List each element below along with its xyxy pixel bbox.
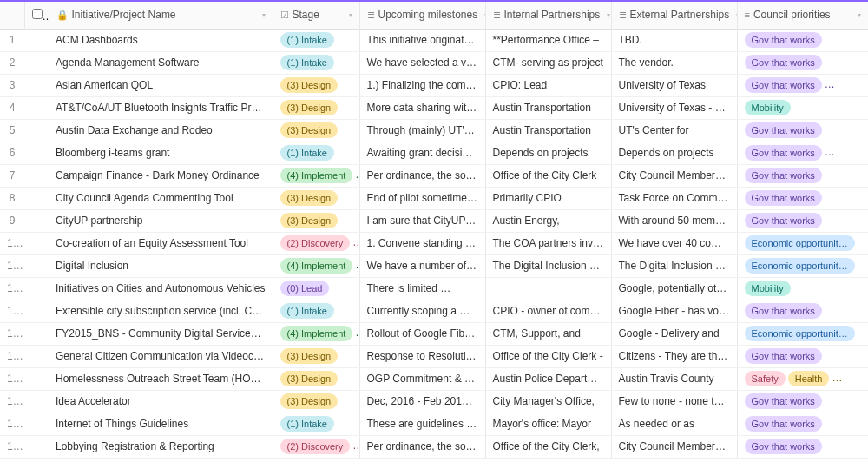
table-row[interactable]: 5Austin Data Exchange and Rodeo(3) Desig…: [0, 119, 868, 142]
cell-name[interactable]: Campaign Finance - Dark Money Ordinance: [49, 164, 273, 187]
cell-milestones[interactable]: Per ordinance, the solutio…: [359, 435, 485, 458]
cell-name[interactable]: City Council Agenda Commenting Tool: [49, 187, 273, 209]
cell-stage[interactable]: (1) Intake: [273, 29, 359, 51]
cell-external[interactable]: Citizens - They are the en…: [611, 345, 737, 367]
cell-internal[interactable]: The Digital Inclusion Offic…: [485, 254, 611, 277]
cell-external[interactable]: As needed or as: [611, 412, 737, 435]
cell-name[interactable]: Austin Data Exchange and Rodeo: [49, 119, 273, 142]
cell-external[interactable]: We have over 40 commun…: [611, 232, 737, 254]
cell-internal[interactable]: Office of the City Clerk -: [485, 345, 611, 367]
table-row[interactable]: 15General Citizen Communication via Vide…: [0, 345, 868, 367]
cell-milestones[interactable]: We have a number of …: [359, 254, 485, 277]
table-row[interactable]: 9CityUP partnership(3) DesignI am sure t…: [0, 209, 868, 232]
cell-priority[interactable]: Gov that works: [737, 435, 868, 458]
cell-external[interactable]: University of Texas - Cent…: [611, 96, 737, 119]
cell-external[interactable]: University of Texas: [611, 74, 737, 96]
cell-priority[interactable]: Economic opportunit…: [737, 322, 868, 345]
cell-priority[interactable]: Economic opportunit…: [737, 254, 868, 277]
header-milestones[interactable]: ≣ Upcoming milestones ▾: [359, 1, 485, 29]
cell-priority[interactable]: Gov that works: [737, 119, 868, 142]
cell-internal[interactable]: **Performance Office –: [485, 29, 611, 51]
cell-priority[interactable]: Gov that works: [737, 300, 868, 322]
cell-milestones[interactable]: 1.) Finalizing the communi…: [359, 74, 485, 96]
table-row[interactable]: 1ACM Dashboards(1) IntakeThis initiative…: [0, 29, 868, 51]
cell-milestones[interactable]: End of pilot sometime in 1…: [359, 187, 485, 209]
cell-internal[interactable]: Austin Transportation: [485, 119, 611, 142]
header-priority[interactable]: ≡ Council priorities ▾: [737, 1, 868, 29]
cell-priority[interactable]: Gov that works: [737, 29, 868, 51]
cell-external[interactable]: Google - Delivery and: [611, 322, 737, 345]
cell-name[interactable]: Bloomberg i-teams grant: [49, 142, 273, 164]
table-row[interactable]: 19Lobbying Registration & Reporting(2) D…: [0, 435, 868, 458]
cell-name[interactable]: Agenda Management Software: [49, 51, 273, 74]
cell-external[interactable]: Task Force on Community…: [611, 187, 737, 209]
cell-milestones[interactable]: Response to Resolution …: [359, 345, 485, 367]
table-row[interactable]: 10Co-creation of an Equity Assessment To…: [0, 232, 868, 254]
cell-name[interactable]: Initiatives on Cities and Autonomous Veh…: [49, 277, 273, 300]
cell-internal[interactable]: Office of the City Clerk,: [485, 435, 611, 458]
cell-stage[interactable]: (0) Lead: [273, 277, 359, 300]
table-row[interactable]: 3Asian American QOL(3) Design1.) Finaliz…: [0, 74, 868, 96]
cell-external[interactable]: Few to none - none that I: [611, 390, 737, 412]
table-row[interactable]: 13Extensible city subscription service (…: [0, 300, 868, 322]
cell-name[interactable]: General Citizen Communication via Videoc…: [49, 345, 273, 367]
cell-stage[interactable]: (1) Intake: [273, 142, 359, 164]
cell-internal[interactable]: Austin Energy,: [485, 209, 611, 232]
cell-milestones[interactable]: Per ordinance, the solutio…: [359, 164, 485, 187]
cell-milestones[interactable]: Currently scoping a …: [359, 300, 485, 322]
cell-external[interactable]: City Council Members an…: [611, 435, 737, 458]
cell-priority[interactable]: Gov that worksCultural: [737, 74, 868, 96]
cell-name[interactable]: Internet of Things Guidelines: [49, 412, 273, 435]
cell-name[interactable]: Idea Accelerator: [49, 390, 273, 412]
cell-name[interactable]: Asian American QOL: [49, 74, 273, 96]
cell-priority[interactable]: Gov that works: [737, 390, 868, 412]
cell-internal[interactable]: Primarily CPIO: [485, 187, 611, 209]
table-row[interactable]: 7Campaign Finance - Dark Money Ordinance…: [0, 164, 868, 187]
cell-priority[interactable]: Economic opportunit…: [737, 232, 868, 254]
cell-milestones[interactable]: More data sharing with …: [359, 96, 485, 119]
select-all-checkbox[interactable]: [32, 9, 43, 19]
cell-name[interactable]: AT&T/CoA/UT Bluetooth Insights Traffic P…: [49, 96, 273, 119]
header-internal[interactable]: ≣ Internal Partnerships ▾: [485, 1, 611, 29]
cell-stage[interactable]: (2) Discovery: [273, 435, 359, 458]
cell-internal[interactable]: Depends on projects: [485, 142, 611, 164]
cell-stage[interactable]: (1) Intake: [273, 300, 359, 322]
cell-external[interactable]: With around 50 members: [611, 209, 737, 232]
cell-milestones[interactable]: These are guidelines to b…: [359, 412, 485, 435]
cell-priority[interactable]: Gov that works: [737, 209, 868, 232]
cell-stage[interactable]: (4) Implement: [273, 322, 359, 345]
table-row[interactable]: 8City Council Agenda Commenting Tool(3) …: [0, 187, 868, 209]
cell-milestones[interactable]: Awaiting grant decision …: [359, 142, 485, 164]
cell-milestones[interactable]: I am sure that CityUP has …: [359, 209, 485, 232]
cell-internal[interactable]: CPIO - owner of communi…: [485, 300, 611, 322]
cell-name[interactable]: FY2015_BNS - Community Digital Services …: [49, 322, 273, 345]
cell-stage[interactable]: (3) Design: [273, 96, 359, 119]
table-row[interactable]: 16Homelessness Outreach Street Team (HOS…: [0, 367, 868, 390]
cell-name[interactable]: Homelessness Outreach Street Team (HOST): [49, 367, 273, 390]
chevron-down-icon[interactable]: ▾: [349, 11, 352, 19]
cell-milestones[interactable]: Rollout of Google Fiber …: [359, 322, 485, 345]
cell-internal[interactable]: Mayor's office: Mayor: [485, 412, 611, 435]
cell-milestones[interactable]: There is limited …: [359, 277, 485, 300]
cell-stage[interactable]: (1) Intake: [273, 51, 359, 74]
cell-priority[interactable]: Gov that works: [737, 345, 868, 367]
table-row[interactable]: 11Digital Inclusion(4) ImplementWe have …: [0, 254, 868, 277]
cell-milestones[interactable]: Through (mainly) UT's …: [359, 119, 485, 142]
cell-external[interactable]: City Council Members an…: [611, 164, 737, 187]
cell-priority[interactable]: Gov that works: [737, 164, 868, 187]
cell-milestones[interactable]: OGP Commitment & OGP…: [359, 367, 485, 390]
cell-priority[interactable]: Gov that works: [737, 51, 868, 74]
cell-name[interactable]: Lobbying Registration & Reporting: [49, 435, 273, 458]
cell-stage[interactable]: (4) Implement: [273, 164, 359, 187]
cell-stage[interactable]: (3) Design: [273, 74, 359, 96]
cell-internal[interactable]: The COA partners involve…: [485, 232, 611, 254]
chevron-down-icon[interactable]: ▾: [858, 11, 861, 19]
cell-internal[interactable]: CTM- serving as project: [485, 51, 611, 74]
cell-external[interactable]: Google Fiber - has voiced…: [611, 300, 737, 322]
cell-stage[interactable]: (3) Design: [273, 390, 359, 412]
cell-external[interactable]: Depends on projects: [611, 142, 737, 164]
cell-priority[interactable]: Gov that works: [737, 187, 868, 209]
cell-internal[interactable]: CPIO: Lead: [485, 74, 611, 96]
cell-stage[interactable]: (4) Implement: [273, 254, 359, 277]
cell-milestones[interactable]: 1. Convene standing …: [359, 232, 485, 254]
